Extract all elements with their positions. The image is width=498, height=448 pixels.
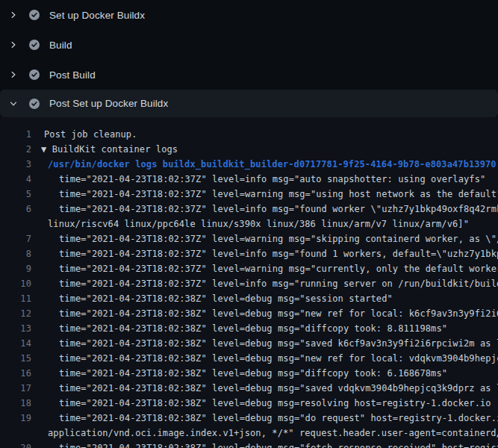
log-line: 14time="2021-04-23T18:02:38Z" level=debu… xyxy=(0,336,498,351)
log-line-number[interactable]: 18 xyxy=(0,396,31,411)
log-line-text: time="2021-04-23T18:02:38Z" level=debug … xyxy=(59,441,498,448)
log-line-text: time="2021-04-23T18:02:37Z" level=info m… xyxy=(59,202,498,217)
log-line-text: time="2021-04-23T18:02:38Z" level=debug … xyxy=(59,411,498,426)
log-line-text: time="2021-04-23T18:02:38Z" level=debug … xyxy=(59,396,491,411)
check-circle-icon xyxy=(29,69,40,80)
log-line-text: time="2021-04-23T18:02:37Z" level=info m… xyxy=(59,276,498,291)
check-circle-icon xyxy=(29,10,40,20)
chevron-right-icon xyxy=(10,71,17,78)
log-line-number[interactable]: 19 xyxy=(0,411,31,426)
step-label: Build xyxy=(49,40,72,51)
log-line-text: /usr/bin/docker logs buildx_buildkit_bui… xyxy=(48,157,497,172)
actions-log-panel: Set up Docker Buildx Build Post Build xyxy=(0,0,498,448)
log-line-number xyxy=(0,217,31,231)
log-line: 3/usr/bin/docker logs buildx_buildkit_bu… xyxy=(0,157,498,172)
log-line-number[interactable]: 15 xyxy=(0,351,31,366)
log-line-number[interactable]: 10 xyxy=(0,276,31,291)
log-line: 13time="2021-04-23T18:02:38Z" level=debu… xyxy=(0,321,498,336)
chevron-right-icon xyxy=(10,11,17,19)
log-line: 17time="2021-04-23T18:02:38Z" level=debu… xyxy=(0,381,498,396)
log-line-text: time="2021-04-23T18:02:38Z" level=debug … xyxy=(59,351,498,366)
log-line-number[interactable]: 17 xyxy=(0,381,31,396)
log-line-text: time="2021-04-23T18:02:37Z" level=warnin… xyxy=(59,261,498,276)
log-line-number[interactable]: 9 xyxy=(0,261,31,276)
log-rows: 1Post job cleanup.2▼ BuildKit container … xyxy=(0,127,498,448)
log-line: 5time="2021-04-23T18:02:37Z" level=warni… xyxy=(0,187,498,202)
chevron-down-icon xyxy=(10,100,17,108)
log-line-text: application/vnd.oci.image.index.v1+json,… xyxy=(48,426,498,441)
log-line-number[interactable]: 16 xyxy=(0,366,31,381)
log-line: 2▼ BuildKit container logs xyxy=(0,142,498,157)
log-line: 16time="2021-04-23T18:02:38Z" level=debu… xyxy=(0,366,498,381)
log-line-number xyxy=(0,426,31,441)
step-build[interactable]: Build xyxy=(0,30,498,60)
log-line-text: time="2021-04-23T18:02:37Z" level=info m… xyxy=(59,246,498,261)
log-line-number[interactable]: 8 xyxy=(0,246,31,261)
step-set-up-docker-buildx[interactable]: Set up Docker Buildx xyxy=(0,0,498,30)
step-post-set-up-docker-buildx[interactable]: Post Set up Docker Buildx xyxy=(0,90,498,117)
log-line-number[interactable]: 3 xyxy=(0,157,31,172)
log-viewer: 1Post job cleanup.2▼ BuildKit container … xyxy=(0,117,498,448)
log-line: 10time="2021-04-23T18:02:37Z" level=info… xyxy=(0,276,498,291)
log-line-text: Post job cleanup. xyxy=(44,127,137,142)
log-line-number[interactable]: 14 xyxy=(0,336,31,351)
log-line-number[interactable]: 2 xyxy=(0,142,31,157)
log-line-text: time="2021-04-23T18:02:37Z" level=info m… xyxy=(59,172,485,187)
log-line: 1Post job cleanup. xyxy=(0,127,498,142)
log-line-number[interactable]: 20 xyxy=(0,441,31,448)
log-line: 18time="2021-04-23T18:02:38Z" level=debu… xyxy=(0,396,498,411)
log-line-number[interactable]: 11 xyxy=(0,291,31,306)
log-line-text: time="2021-04-23T18:02:38Z" level=debug … xyxy=(59,291,393,306)
log-line-text: time="2021-04-23T18:02:38Z" level=debug … xyxy=(59,381,498,396)
log-line-number[interactable]: 1 xyxy=(0,127,31,142)
log-line-text: time="2021-04-23T18:02:37Z" level=warnin… xyxy=(59,187,498,202)
log-line: linux/riscv64 linux/ppc64le linux/s390x … xyxy=(0,217,498,231)
log-line-text: time="2021-04-23T18:02:37Z" level=warnin… xyxy=(59,231,498,246)
log-line: 9time="2021-04-23T18:02:37Z" level=warni… xyxy=(0,261,498,276)
log-line: 19time="2021-04-23T18:02:38Z" level=debu… xyxy=(0,411,498,426)
log-line-number[interactable]: 6 xyxy=(0,202,31,217)
chevron-right-icon xyxy=(10,41,17,49)
log-line: 15time="2021-04-23T18:02:38Z" level=debu… xyxy=(0,351,498,366)
log-line: 4time="2021-04-23T18:02:37Z" level=info … xyxy=(0,172,498,187)
log-line: 7time="2021-04-23T18:02:37Z" level=warni… xyxy=(0,231,498,246)
log-line: 11time="2021-04-23T18:02:38Z" level=debu… xyxy=(0,291,498,306)
step-post-build[interactable]: Post Build xyxy=(0,60,498,90)
step-label: Set up Docker Buildx xyxy=(49,10,145,21)
steps-list: Set up Docker Buildx Build Post Build xyxy=(0,0,498,117)
check-circle-icon xyxy=(29,40,40,50)
log-line-number[interactable]: 7 xyxy=(0,231,31,246)
log-group-toggle[interactable]: ▼ BuildKit container logs xyxy=(41,142,178,157)
log-line: 12time="2021-04-23T18:02:38Z" level=debu… xyxy=(0,306,498,321)
log-line: application/vnd.oci.image.index.v1+json,… xyxy=(0,426,498,441)
log-line-text: time="2021-04-23T18:02:38Z" level=debug … xyxy=(59,306,498,321)
log-line-text: time="2021-04-23T18:02:38Z" level=debug … xyxy=(59,321,447,336)
log-line-number[interactable]: 13 xyxy=(0,321,31,336)
log-line: 6time="2021-04-23T18:02:37Z" level=info … xyxy=(0,202,498,217)
step-label: Post Set up Docker Buildx xyxy=(49,98,168,109)
log-line-text: linux/riscv64 linux/ppc64le linux/s390x … xyxy=(48,217,469,231)
log-line-number[interactable]: 5 xyxy=(0,187,31,202)
log-line: 20time="2021-04-23T18:02:38Z" level=debu… xyxy=(0,441,498,448)
log-line: 8time="2021-04-23T18:02:37Z" level=info … xyxy=(0,246,498,261)
step-label: Post Build xyxy=(49,69,96,81)
log-line-text: time="2021-04-23T18:02:38Z" level=debug … xyxy=(59,366,447,381)
log-line-text: time="2021-04-23T18:02:38Z" level=debug … xyxy=(59,336,498,351)
log-line-number[interactable]: 12 xyxy=(0,306,31,321)
log-line-number[interactable]: 4 xyxy=(0,172,31,187)
check-circle-icon xyxy=(29,99,40,109)
